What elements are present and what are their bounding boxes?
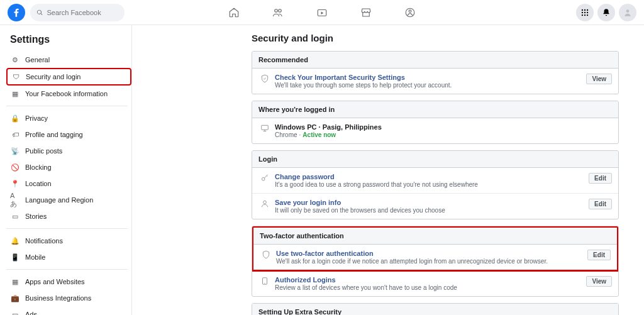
row-title: Check Your Important Security Settings [275,74,582,81]
marketplace-icon[interactable] [360,6,372,19]
sidebar-item-label: Business Integrations [25,294,91,302]
home-icon[interactable] [228,6,240,19]
watch-icon[interactable] [316,6,328,19]
row-save-login[interactable]: Save your login info It will only be sav… [252,194,618,219]
row-check-security[interactable]: Check Your Important Security Settings W… [252,69,618,94]
main-content: Security and login Recommended Check You… [132,25,644,315]
row-title: Save your login info [275,199,585,206]
row-title: Use two-factor authentication [276,250,584,257]
sidebar-item-label: Mobile [25,253,45,261]
sidebar-item-notifications[interactable]: 🔔 Notifications [6,233,131,249]
device-icon [258,276,271,285]
row-desc: Review a list of devices where you won't… [275,284,582,291]
tag-icon: 🏷 [10,130,20,140]
sidebar-item-label: Your Facebook information [25,90,108,97]
sidebar-item-label: Blocking [25,163,52,171]
svg-point-10 [587,11,588,13]
top-bar [0,0,644,25]
bell-icon: 🔔 [10,236,20,246]
row-authorized-logins[interactable]: Authorized Logins Review a list of devic… [252,271,618,296]
row-desc: It's a good idea to use a strong passwor… [275,181,585,188]
desktop-icon [258,123,271,133]
svg-point-13 [587,14,588,15]
sidebar-item-label: Security and login [26,73,80,80]
svg-point-0 [275,9,278,12]
sidebar-item-blocking[interactable]: 🚫 Blocking [6,159,131,175]
globe-icon: 📡 [10,146,20,156]
sidebar-item-location[interactable]: 📍 Location [6,175,131,192]
shield-check-icon [258,74,271,83]
edit-button[interactable]: Edit [589,199,612,209]
row-change-password[interactable]: Change password It's a good idea to use … [252,168,618,194]
sidebar-item-label: General [25,56,50,64]
facebook-logo[interactable] [8,4,25,21]
search-box[interactable] [30,4,125,21]
section-extra-security: Setting Up Extra Security Get alerts abo… [252,303,619,315]
groups-icon[interactable] [404,6,416,19]
section-heading: Two-factor authentication [253,228,617,245]
person-icon [258,199,271,208]
sidebar-item-label: Ads [25,311,37,315]
sidebar-item-security[interactable]: 🛡 Security and login [6,68,131,86]
svg-point-5 [582,9,583,10]
right-icons [576,4,636,21]
section-heading: Setting Up Extra Security [252,304,618,315]
svg-point-8 [582,11,583,13]
avatar[interactable] [619,4,636,21]
notifications-icon[interactable] [597,4,615,21]
key-icon [258,173,271,182]
page-title: Security and login [252,33,619,43]
svg-point-9 [584,11,586,13]
sidebar-item-label: Location [25,180,52,187]
row-title: Authorized Logins [275,276,582,284]
search-icon [36,9,43,16]
svg-point-14 [626,9,630,13]
mobile-icon: 📱 [10,252,20,262]
sidebar-item-language[interactable]: Aあ Language and Region [6,192,131,208]
row-session[interactable]: Windows PC · Pasig, Philippines Chrome·A… [252,118,618,143]
section-heading: Recommended [252,52,618,69]
sidebar-item-label: Profile and tagging [25,131,83,138]
sidebar-item-business[interactable]: 💼 Business Integrations [6,290,131,306]
stories-icon: ▭ [10,211,20,221]
sidebar-item-label: Stories [25,213,47,220]
row-use-2fa[interactable]: Use two-factor authentication We'll ask … [253,245,617,270]
sidebar-item-label: Privacy [25,114,48,122]
search-input[interactable] [47,9,118,16]
sidebar-item-ads[interactable]: ▭ Ads [6,306,131,315]
friends-icon[interactable] [272,6,284,19]
view-button[interactable]: View [586,74,612,84]
sidebar-item-apps[interactable]: ▦ Apps and Websites [6,274,131,290]
sidebar-item-public-posts[interactable]: 📡 Public posts [6,143,131,159]
svg-point-1 [279,9,282,12]
menu-icon[interactable] [576,4,594,21]
section-login: Login Change password It's a good idea t… [252,150,619,219]
section-two-factor: Two-factor authentication Use two-factor… [252,226,619,297]
row-desc: It will only be saved on the browsers an… [275,207,585,214]
language-icon: Aあ [10,195,20,205]
sidebar-item-privacy[interactable]: 🔒 Privacy [6,110,131,126]
svg-point-7 [587,9,588,10]
sidebar-item-profile-tagging[interactable]: 🏷 Profile and tagging [6,126,131,143]
edit-button[interactable]: Edit [587,250,611,260]
block-icon: 🚫 [10,162,20,172]
section-where-logged-in: Where you're logged in Windows PC · Pasi… [252,101,619,144]
pin-icon: 📍 [10,179,20,189]
sidebar: Settings ⚙ General 🛡 Security and login … [0,25,132,315]
sidebar-item-stories[interactable]: ▭ Stories [6,208,131,224]
sidebar-item-label: Apps and Websites [25,278,85,285]
svg-point-6 [584,9,586,10]
session-title: Windows PC · Pasig, Philippines [275,123,608,131]
session-desc: Chrome·Active now [275,131,608,138]
sidebar-item-your-info[interactable]: ▦ Your Facebook information [6,86,131,102]
sidebar-item-label: Language and Region [25,196,93,204]
section-heading: Where you're logged in [252,101,618,118]
shield-icon: 🛡 [11,72,21,82]
view-button[interactable]: View [586,276,612,287]
svg-rect-15 [262,125,269,130]
row-desc: We'll take you through some steps to hel… [275,82,582,89]
sidebar-item-general[interactable]: ⚙ General [6,52,131,68]
sidebar-item-mobile[interactable]: 📱 Mobile [6,249,131,265]
edit-button[interactable]: Edit [589,173,612,184]
center-nav [228,6,416,19]
